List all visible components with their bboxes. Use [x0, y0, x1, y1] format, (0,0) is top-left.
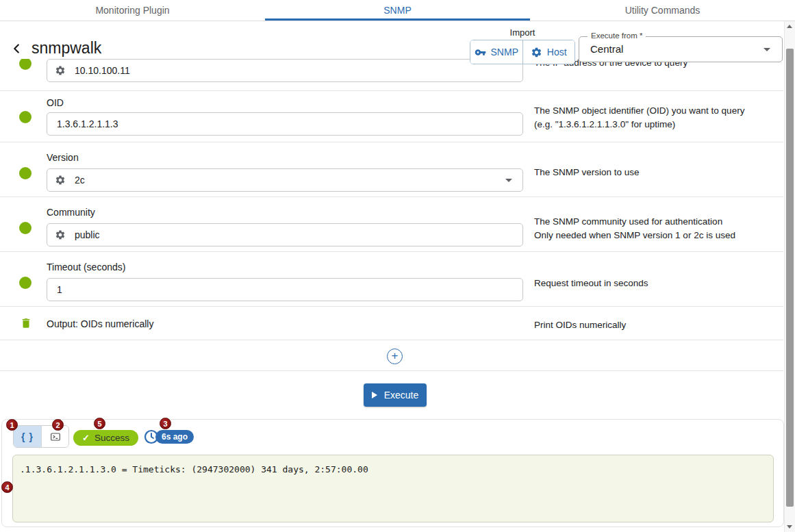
status-badge: ✓ Success: [73, 430, 138, 446]
form-row-community: Community The SNMP community used for au…: [0, 197, 783, 252]
oid-input[interactable]: [47, 112, 523, 136]
gear-icon: [55, 65, 66, 76]
active-tab-indicator: [265, 18, 530, 21]
help-line: The SNMP object identifier (OID) you wan…: [534, 104, 781, 118]
scrollbar-down-arrow[interactable]: [787, 525, 792, 529]
help-text-output-flag: Print OIDs numerically: [534, 318, 781, 332]
field-label: Community: [47, 207, 95, 218]
help-text-timeout: Request timeout in seconds: [534, 277, 781, 290]
form-row-timeout: Timeout (seconds) Request timeout in sec…: [0, 252, 783, 307]
import-host-button[interactable]: Host: [522, 40, 575, 64]
execute-from-select[interactable]: Execute from * Central: [579, 36, 783, 62]
braces-icon: { }: [21, 431, 34, 442]
field-label: OID: [47, 97, 64, 108]
import-button-group: SNMP Host: [470, 40, 575, 64]
gear-icon: [55, 175, 66, 186]
import-snmp-button[interactable]: SNMP: [470, 40, 522, 64]
help-text-community: The SNMP community used for authenticati…: [534, 215, 781, 242]
json-view-button[interactable]: { }: [14, 426, 41, 447]
output-flag-label: Output: OIDs numerically: [47, 318, 153, 329]
execution-time: 6s ago: [143, 429, 194, 445]
form-row-output-flag: Output: OIDs numerically Print OIDs nume…: [0, 307, 783, 340]
title-row: snmpwalk: [8, 39, 101, 58]
status-dot: [19, 222, 31, 234]
chevron-down-icon: [505, 179, 512, 182]
terminal-icon: [49, 431, 62, 442]
ip-address-field[interactable]: [47, 59, 523, 82]
status-dot: [19, 167, 31, 179]
command-output[interactable]: .1.3.6.1.2.1.1.3.0 = Timeticks: (2947302…: [12, 455, 774, 522]
execute-button-label: Execute: [384, 390, 419, 401]
scrollbar-thumb[interactable]: [786, 49, 794, 507]
chevron-down-icon: [764, 48, 770, 51]
timeout-field[interactable]: [47, 278, 523, 301]
gear-icon: [531, 47, 542, 58]
form-row-oid: OID The SNMP object identifier (OID) you…: [0, 91, 783, 142]
scrollbar-up-arrow[interactable]: [787, 25, 792, 28]
key-icon: [475, 47, 486, 58]
page-header: snmpwalk Import SNMP Host Execute from *…: [0, 21, 783, 59]
tab-utility-commands[interactable]: Utility Commands: [530, 0, 795, 21]
annotation-badge-1: 1: [6, 419, 18, 431]
page-title: snmpwalk: [31, 39, 101, 58]
status-dot: [19, 111, 31, 123]
help-text-version: The SNMP version to use: [534, 166, 781, 179]
version-select[interactable]: [47, 168, 523, 192]
execute-from-value: Central: [590, 43, 623, 55]
import-host-label: Host: [547, 47, 567, 58]
result-panel: { } ✓ Success 6s ago .1.3.6.1.2.1.1.3.0 …: [1, 419, 784, 527]
annotation-badge-3: 3: [160, 418, 171, 429]
play-icon: [372, 392, 377, 398]
gear-icon: [55, 229, 66, 240]
help-line: (e.g. "1.3.6.1.2.1.1.3.0" for uptime): [534, 118, 781, 131]
help-text-oid: The SNMP object identifier (OID) you wan…: [534, 104, 781, 131]
form-row-version: Version The SNMP version to use: [0, 142, 783, 197]
tab-monitoring-plugin[interactable]: Monitoring Plugin: [0, 0, 265, 21]
vertical-scrollbar: [784, 21, 795, 532]
annotation-badge-2: 2: [52, 419, 64, 431]
execute-from-label: Execute from *: [588, 31, 646, 40]
annotation-badge-5: 5: [94, 418, 105, 429]
status-dot: [19, 277, 31, 289]
field-label: Timeout (seconds): [47, 262, 125, 273]
trash-icon[interactable]: [20, 316, 32, 330]
chevron-left-icon: [9, 41, 24, 56]
oid-field[interactable]: [47, 112, 523, 136]
community-input[interactable]: [47, 223, 523, 246]
add-argument-button[interactable]: +: [387, 349, 403, 364]
import-section: Import SNMP Host: [470, 27, 575, 64]
import-label: Import: [470, 27, 575, 38]
help-line: Only needed when SNMP version 1 or 2c is…: [534, 229, 781, 242]
execute-button[interactable]: Execute: [364, 383, 427, 407]
import-snmp-label: SNMP: [491, 47, 518, 58]
tab-snmp[interactable]: SNMP: [265, 0, 530, 21]
field-label: Version: [47, 152, 79, 163]
timeout-input[interactable]: [47, 278, 523, 301]
check-icon: ✓: [82, 433, 90, 443]
status-label: Success: [94, 433, 129, 443]
back-button[interactable]: [8, 40, 25, 57]
annotation-badge-4: 4: [1, 481, 13, 493]
ip-address-input[interactable]: [47, 59, 523, 82]
help-line: The SNMP community used for authenticati…: [534, 215, 781, 229]
status-dot: [19, 58, 31, 70]
tab-bar: Monitoring Plugin SNMP Utility Commands: [0, 0, 795, 21]
version-input[interactable]: [47, 168, 523, 192]
community-field[interactable]: [47, 223, 523, 246]
time-ago-badge: 6s ago: [155, 430, 194, 444]
